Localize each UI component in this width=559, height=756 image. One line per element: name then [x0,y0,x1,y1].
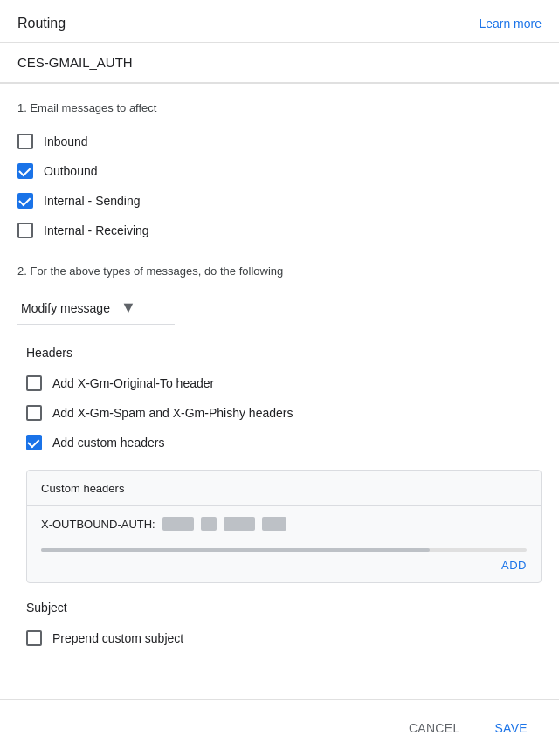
rule-name: CES-GMAIL_AUTH [17,55,133,70]
checkbox-custom-headers[interactable]: Add custom headers [26,430,542,456]
header-checkbox-group: Add X-Gm-Original-To header Add X-Gm-Spa… [26,370,542,456]
redacted-block-3 [224,517,255,531]
custom-header-row: X-OUTBOUND-AUTH: [41,517,527,531]
checkbox-inbound-box[interactable] [17,134,33,149]
checkbox-custom-headers-box[interactable] [26,435,42,450]
add-custom-header-button[interactable]: ADD [501,559,527,572]
checkbox-internal-sending-box[interactable] [17,193,33,209]
modify-message-dropdown[interactable]: Modify message ▼ [17,292,175,325]
section1-label: 1. Email messages to affect [17,101,542,114]
content-area: 1. Email messages to affect Inbound Outb… [0,84,559,721]
checkbox-prepend-subject-label: Prepend custom subject [52,631,183,645]
cancel-button[interactable]: CANCEL [395,714,474,742]
add-link-row: ADD [27,555,541,582]
checkbox-outbound-label: Outbound [44,164,98,178]
checkbox-internal-receiving-label: Internal - Receiving [44,223,149,237]
checkbox-prepend-subject[interactable]: Prepend custom subject [26,625,542,651]
checkbox-internal-receiving-box[interactable] [17,223,33,238]
checkbox-internal-sending[interactable]: Internal - Sending [17,188,542,214]
checkbox-inbound[interactable]: Inbound [17,128,542,155]
checkbox-outbound[interactable]: Outbound [17,158,542,184]
redacted-block-2 [201,517,217,531]
scrollbar-track [41,548,527,552]
page-container: Routing Learn more CES-GMAIL_AUTH 1. Ema… [0,0,559,756]
checkbox-spam-phishy[interactable]: Add X-Gm-Spam and X-Gm-Phishy headers [26,400,542,426]
checkbox-outbound-box[interactable] [17,163,33,179]
custom-headers-card: Custom headers X-OUTBOUND-AUTH: [26,470,542,583]
save-button[interactable]: SAVE [480,714,542,742]
custom-header-key: X-OUTBOUND-AUTH: [41,518,155,531]
header: Routing Learn more [0,0,559,43]
subject-title: Subject [26,601,542,615]
checkbox-internal-receiving[interactable]: Internal - Receiving [17,217,542,244]
checkbox-prepend-subject-box[interactable] [26,630,42,646]
custom-headers-title-bar: Custom headers [27,471,541,506]
learn-more-link[interactable]: Learn more [479,17,542,31]
checkbox-custom-headers-label: Add custom headers [52,436,164,450]
checkbox-original-to-box[interactable] [26,375,42,391]
redacted-block-1 [162,517,194,531]
custom-headers-content: X-OUTBOUND-AUTH: [27,506,541,548]
dropdown-arrow-icon: ▼ [121,299,136,317]
checkbox-internal-sending-label: Internal - Sending [44,194,141,208]
redacted-block-4 [262,517,286,531]
checkbox-original-to[interactable]: Add X-Gm-Original-To header [26,370,542,396]
page-title: Routing [17,16,66,31]
subject-section: Subject Prepend custom subject [26,601,542,651]
checkbox-inbound-label: Inbound [44,134,88,148]
dropdown-label: Modify message [21,301,110,315]
rule-name-bar: CES-GMAIL_AUTH [0,43,559,84]
section2-label: 2. For the above types of messages, do t… [17,265,542,278]
headers-title: Headers [26,346,542,360]
checkbox-spam-phishy-box[interactable] [26,405,42,421]
custom-headers-title: Custom headers [41,482,124,495]
email-type-checkbox-group: Inbound Outbound Internal - Sending Inte… [17,128,542,244]
scrollbar-container [27,548,541,552]
footer: CANCEL SAVE [0,699,559,756]
checkbox-original-to-label: Add X-Gm-Original-To header [52,376,214,390]
scrollbar-thumb[interactable] [41,548,430,552]
checkbox-spam-phishy-label: Add X-Gm-Spam and X-Gm-Phishy headers [52,406,293,420]
headers-section: Headers Add X-Gm-Original-To header Add … [26,346,542,583]
dropdown-container: Modify message ▼ [17,292,542,325]
